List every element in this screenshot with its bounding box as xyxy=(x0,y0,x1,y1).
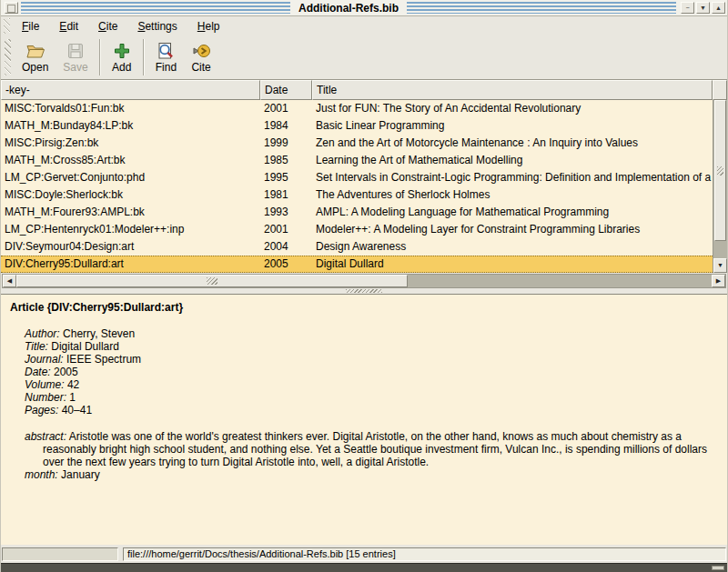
toolbar-button-label: Save xyxy=(63,62,87,74)
window-menu-icon xyxy=(7,5,15,13)
menu-file[interactable]: File xyxy=(12,18,49,35)
resize-grip-handle[interactable] xyxy=(712,566,724,570)
abstract-field: abstract: Aristotle was one of the world… xyxy=(25,430,718,468)
vertical-scrollbar[interactable]: ▼ xyxy=(713,100,727,273)
vertical-scrollbar-thumb[interactable] xyxy=(714,100,726,241)
file-path-status: file:///home/gerrit/Docs/thesis/Addition… xyxy=(123,547,726,561)
toolbar-button-label: Cite xyxy=(191,62,210,74)
cell-title: AMPL: A Modeling Language for Mathematic… xyxy=(312,204,713,221)
cell-date: 1999 xyxy=(260,135,312,152)
month-value: January xyxy=(61,468,100,481)
horizontal-scrollbar-thumb[interactable] xyxy=(16,275,408,287)
detail-field: Journal: IEEE Spectrum xyxy=(25,353,718,366)
menu-cite[interactable]: Cite xyxy=(88,18,127,35)
menu-help[interactable]: Help xyxy=(187,18,230,35)
entry-detail-pane: Article {DIV:Cherry95:Dullard:art} Autho… xyxy=(1,294,727,545)
save-floppy-icon xyxy=(66,41,86,61)
cell-date: 2001 xyxy=(260,100,312,117)
scroll-right-icon[interactable]: ▶ xyxy=(712,275,725,287)
cell-title: Just for FUN: The Story of An Accidental… xyxy=(312,100,713,117)
horizontal-scrollbar[interactable]: ◀ ▶ xyxy=(2,274,726,288)
titlebar[interactable]: Additional-Refs.bib − ▼ ▲ xyxy=(1,0,727,16)
entry-fields: Author: Cherry, StevenTitle: Digital Dul… xyxy=(10,327,718,416)
column-header-key[interactable]: -key- xyxy=(1,80,260,100)
statusbar: file:///home/gerrit/Docs/thesis/Addition… xyxy=(2,546,726,563)
cell-title: Modeler++: A Modeling Layer for Constrai… xyxy=(312,221,713,238)
scroll-left-icon[interactable]: ◀ xyxy=(3,275,16,287)
column-header-date[interactable]: Date xyxy=(260,80,312,100)
menubar-grip-handle[interactable] xyxy=(4,18,10,34)
table-row[interactable]: MISC:Torvalds01:Fun:bk2001Just for FUN: … xyxy=(1,100,713,117)
field-value: 2005 xyxy=(51,366,78,378)
toolbar-separator xyxy=(99,39,101,75)
month-field: month: January xyxy=(25,468,718,481)
maximize-button[interactable]: ▲ xyxy=(712,2,725,14)
cell-title: Design Awareness xyxy=(312,238,713,256)
table-row[interactable]: MATH_M:Fourer93:AMPL:bk1993AMPL: A Model… xyxy=(1,204,713,221)
cite-button[interactable]: Cite xyxy=(184,35,218,79)
table-row[interactable]: DIV:Seymour04:Design:art2004Design Aware… xyxy=(1,238,713,256)
table-row[interactable]: LM_CP:Hentenryck01:Modeler++:inp2001Mode… xyxy=(1,221,713,238)
table-row[interactable]: DIV:Cherry95:Dullard:art2005Digital Dull… xyxy=(1,256,713,273)
cell-date: 1993 xyxy=(260,204,312,221)
detail-field: Pages: 40–41 xyxy=(25,404,718,416)
field-label: Author: xyxy=(25,327,60,340)
reference-list: MISC:Torvalds01:Fun:bk2001Just for FUN: … xyxy=(1,100,713,273)
cell-key: MISC:Doyle:Sherlock:bk xyxy=(1,186,260,204)
open-folder-icon xyxy=(25,41,46,61)
cite-coin-icon xyxy=(191,41,211,61)
toolbar-button-label: Find xyxy=(156,62,177,74)
menu-settings[interactable]: Settings xyxy=(127,18,187,35)
cell-date: 1984 xyxy=(260,117,312,135)
find-magnifier-icon xyxy=(156,41,176,61)
cell-date: 2004 xyxy=(260,238,312,256)
add-plus-icon xyxy=(112,41,132,61)
table-row[interactable]: MATH_M:Bunday84:LP:bk1984Basic Linear Pr… xyxy=(1,117,713,135)
table-header: -key- Date Title xyxy=(1,80,727,100)
detail-field: Author: Cherry, Steven xyxy=(25,327,718,340)
menubar: FileEditCiteSettingsHelp xyxy=(1,16,727,35)
titlebar-stripes-right xyxy=(407,2,676,14)
open-button[interactable]: Open xyxy=(15,35,56,79)
cell-key: MATH_M:Fourer93:AMPL:bk xyxy=(1,204,260,221)
abstract-value: Aristotle was one of the world's greates… xyxy=(43,430,707,468)
month-label: month: xyxy=(25,468,58,481)
field-value: Cherry, Steven xyxy=(60,327,135,340)
window-menu-button[interactable] xyxy=(5,2,18,14)
app-window: Additional-Refs.bib − ▼ ▲ FileEditCiteSe… xyxy=(0,0,728,572)
menu-items: FileEditCiteSettingsHelp xyxy=(12,18,229,35)
scroll-down-icon[interactable]: ▼ xyxy=(713,258,727,273)
table-row[interactable]: MISC:Pirsig:Zen:bk1999Zen and the Art of… xyxy=(1,135,713,152)
table-row[interactable]: LM_CP:Gervet:Conjunto:phd1995Set Interva… xyxy=(1,169,713,186)
detail-field: Date: 2005 xyxy=(25,366,718,378)
minimize-button[interactable]: − xyxy=(681,2,694,14)
cell-title: Learning the Art of Mathematical Modelli… xyxy=(312,152,713,169)
cell-key: DIV:Seymour04:Design:art xyxy=(1,238,260,256)
cell-key: MATH_M:Bunday84:LP:bk xyxy=(1,117,260,135)
field-label: Number: xyxy=(25,391,66,404)
abstract-label: abstract: xyxy=(25,430,66,443)
cell-title: Basic Linear Programming xyxy=(312,117,713,135)
field-value: 42 xyxy=(65,378,80,391)
cell-key: MISC:Torvalds01:Fun:bk xyxy=(1,100,260,117)
header-corner xyxy=(713,80,727,100)
toolbar-buttons: OpenSaveAddFindCite xyxy=(15,35,218,79)
cell-key: MATH_M:Cross85:Art:bk xyxy=(1,152,260,169)
shade-button[interactable]: ▼ xyxy=(696,2,710,14)
add-button[interactable]: Add xyxy=(105,35,139,79)
cell-title: Digital Dullard xyxy=(312,256,713,272)
detail-field: Volume: 42 xyxy=(25,378,718,391)
menu-edit[interactable]: Edit xyxy=(49,18,88,35)
save-button[interactable]: Save xyxy=(56,35,95,79)
table-row[interactable]: MISC:Doyle:Sherlock:bk1981The Adventures… xyxy=(1,186,713,204)
toolbar-button-label: Open xyxy=(22,62,48,74)
cell-key: DIV:Cherry95:Dullard:art xyxy=(1,256,260,272)
field-label: Journal: xyxy=(25,353,64,366)
find-button[interactable]: Find xyxy=(148,35,184,79)
cell-date: 1985 xyxy=(260,152,312,169)
table-row[interactable]: MATH_M:Cross85:Art:bk1985Learning the Ar… xyxy=(1,152,713,169)
toolbar-grip-handle[interactable] xyxy=(5,39,11,75)
column-header-title[interactable]: Title xyxy=(312,80,713,100)
cell-key: LM_CP:Hentenryck01:Modeler++:inp xyxy=(1,221,260,238)
toolbar: OpenSaveAddFindCite xyxy=(1,35,727,80)
